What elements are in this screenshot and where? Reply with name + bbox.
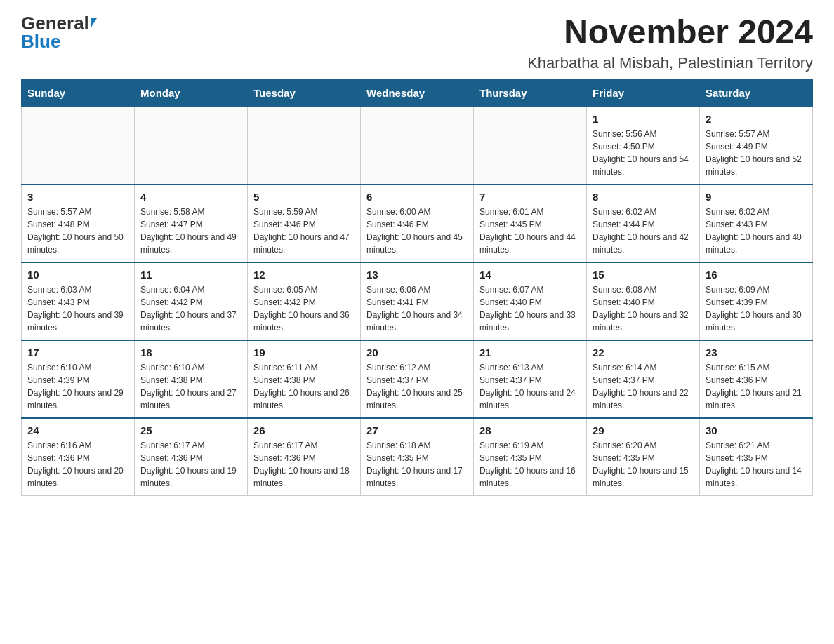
calendar-cell: 22Sunrise: 6:14 AMSunset: 4:37 PMDayligh… (587, 340, 700, 418)
day-number: 9 (706, 191, 807, 203)
calendar-header: SundayMondayTuesdayWednesdayThursdayFrid… (22, 79, 813, 107)
day-number: 25 (140, 424, 241, 436)
day-info: Sunrise: 6:21 AMSunset: 4:35 PMDaylight:… (706, 439, 807, 490)
day-number: 15 (593, 269, 694, 281)
logo-general-text: General (21, 14, 89, 32)
day-info: Sunrise: 6:08 AMSunset: 4:40 PMDaylight:… (593, 283, 694, 334)
day-number: 14 (479, 269, 581, 281)
day-info: Sunrise: 6:04 AMSunset: 4:42 PMDaylight:… (140, 283, 241, 334)
title-area: November 2024 Kharbatha al Misbah, Pales… (527, 14, 813, 72)
day-number: 18 (140, 347, 241, 358)
day-info: Sunrise: 6:17 AMSunset: 4:36 PMDaylight:… (140, 439, 241, 490)
day-info: Sunrise: 5:56 AMSunset: 4:50 PMDaylight:… (593, 128, 694, 178)
day-number: 5 (253, 191, 355, 203)
day-info: Sunrise: 6:00 AMSunset: 4:46 PMDaylight:… (366, 206, 468, 256)
calendar-body: 1Sunrise: 5:56 AMSunset: 4:50 PMDaylight… (22, 107, 813, 496)
calendar-cell: 16Sunrise: 6:09 AMSunset: 4:39 PMDayligh… (700, 262, 813, 340)
calendar-cell: 20Sunrise: 6:12 AMSunset: 4:37 PMDayligh… (361, 340, 474, 418)
calendar-week-3: 10Sunrise: 6:03 AMSunset: 4:43 PMDayligh… (22, 262, 813, 340)
day-number: 20 (366, 347, 468, 358)
day-number: 29 (593, 424, 694, 436)
day-info: Sunrise: 6:12 AMSunset: 4:37 PMDaylight:… (366, 361, 468, 412)
header-row: SundayMondayTuesdayWednesdayThursdayFrid… (22, 79, 813, 107)
calendar-cell: 15Sunrise: 6:08 AMSunset: 4:40 PMDayligh… (587, 262, 700, 340)
day-info: Sunrise: 6:10 AMSunset: 4:38 PMDaylight:… (140, 361, 241, 412)
day-number: 2 (706, 113, 807, 125)
header-day-monday: Monday (135, 79, 248, 107)
calendar-cell: 6Sunrise: 6:00 AMSunset: 4:46 PMDaylight… (361, 185, 474, 262)
calendar-cell: 21Sunrise: 6:13 AMSunset: 4:37 PMDayligh… (474, 340, 587, 418)
header-day-friday: Friday (587, 79, 700, 107)
day-info: Sunrise: 6:17 AMSunset: 4:36 PMDaylight:… (253, 439, 355, 490)
calendar-cell (474, 107, 587, 185)
header-day-tuesday: Tuesday (248, 79, 361, 107)
calendar-cell: 25Sunrise: 6:17 AMSunset: 4:36 PMDayligh… (135, 418, 248, 496)
day-number: 11 (140, 269, 241, 281)
calendar-cell: 3Sunrise: 5:57 AMSunset: 4:48 PMDaylight… (22, 185, 135, 262)
calendar-cell: 18Sunrise: 6:10 AMSunset: 4:38 PMDayligh… (135, 340, 248, 418)
day-number: 17 (27, 347, 128, 358)
day-info: Sunrise: 6:16 AMSunset: 4:36 PMDaylight:… (27, 439, 128, 490)
day-info: Sunrise: 6:05 AMSunset: 4:42 PMDaylight:… (253, 283, 355, 334)
day-info: Sunrise: 6:13 AMSunset: 4:37 PMDaylight:… (479, 361, 581, 412)
calendar-week-4: 17Sunrise: 6:10 AMSunset: 4:39 PMDayligh… (22, 340, 813, 418)
day-info: Sunrise: 6:14 AMSunset: 4:37 PMDaylight:… (593, 361, 694, 412)
day-info: Sunrise: 6:20 AMSunset: 4:35 PMDaylight:… (593, 439, 694, 490)
calendar-cell: 10Sunrise: 6:03 AMSunset: 4:43 PMDayligh… (22, 262, 135, 340)
calendar-cell: 4Sunrise: 5:58 AMSunset: 4:47 PMDaylight… (135, 185, 248, 262)
calendar-cell: 23Sunrise: 6:15 AMSunset: 4:36 PMDayligh… (700, 340, 813, 418)
calendar-cell: 2Sunrise: 5:57 AMSunset: 4:49 PMDaylight… (700, 107, 813, 185)
calendar-cell (361, 107, 474, 185)
calendar-week-2: 3Sunrise: 5:57 AMSunset: 4:48 PMDaylight… (22, 185, 813, 262)
day-number: 7 (479, 191, 581, 203)
page-title: November 2024 (527, 14, 813, 51)
calendar-cell: 24Sunrise: 6:16 AMSunset: 4:36 PMDayligh… (22, 418, 135, 496)
day-number: 19 (253, 347, 355, 358)
calendar-cell: 17Sunrise: 6:10 AMSunset: 4:39 PMDayligh… (22, 340, 135, 418)
day-number: 16 (706, 269, 807, 281)
day-info: Sunrise: 5:57 AMSunset: 4:48 PMDaylight:… (27, 206, 128, 256)
calendar-cell: 13Sunrise: 6:06 AMSunset: 4:41 PMDayligh… (361, 262, 474, 340)
calendar-cell: 29Sunrise: 6:20 AMSunset: 4:35 PMDayligh… (587, 418, 700, 496)
calendar-cell: 11Sunrise: 6:04 AMSunset: 4:42 PMDayligh… (135, 262, 248, 340)
day-number: 22 (593, 347, 694, 358)
header-day-sunday: Sunday (22, 79, 135, 107)
day-number: 4 (140, 191, 241, 203)
calendar-cell: 1Sunrise: 5:56 AMSunset: 4:50 PMDaylight… (587, 107, 700, 185)
day-number: 30 (706, 424, 807, 436)
day-number: 21 (479, 347, 581, 358)
calendar-cell: 27Sunrise: 6:18 AMSunset: 4:35 PMDayligh… (361, 418, 474, 496)
calendar-cell (22, 107, 135, 185)
day-number: 6 (366, 191, 468, 203)
day-info: Sunrise: 6:10 AMSunset: 4:39 PMDaylight:… (27, 361, 128, 412)
header-day-wednesday: Wednesday (361, 79, 474, 107)
day-info: Sunrise: 6:15 AMSunset: 4:36 PMDaylight:… (706, 361, 807, 412)
day-number: 10 (27, 269, 128, 281)
day-info: Sunrise: 6:02 AMSunset: 4:44 PMDaylight:… (593, 206, 694, 256)
logo-blue-text: Blue (21, 32, 60, 51)
day-info: Sunrise: 5:59 AMSunset: 4:46 PMDaylight:… (253, 206, 355, 256)
day-number: 13 (366, 269, 468, 281)
day-number: 24 (27, 424, 128, 436)
calendar-cell: 19Sunrise: 6:11 AMSunset: 4:38 PMDayligh… (248, 340, 361, 418)
calendar-cell (135, 107, 248, 185)
day-info: Sunrise: 6:06 AMSunset: 4:41 PMDaylight:… (366, 283, 468, 334)
day-number: 27 (366, 424, 468, 436)
logo-triangle-icon (91, 18, 97, 28)
day-info: Sunrise: 5:57 AMSunset: 4:49 PMDaylight:… (706, 128, 807, 178)
day-info: Sunrise: 6:07 AMSunset: 4:40 PMDaylight:… (479, 283, 581, 334)
calendar-cell: 5Sunrise: 5:59 AMSunset: 4:46 PMDaylight… (248, 185, 361, 262)
day-number: 8 (593, 191, 694, 203)
calendar-table: SundayMondayTuesdayWednesdayThursdayFrid… (21, 79, 813, 496)
page-header: General Blue November 2024 Kharbatha al … (21, 14, 813, 72)
day-info: Sunrise: 6:01 AMSunset: 4:45 PMDaylight:… (479, 206, 581, 256)
day-info: Sunrise: 6:02 AMSunset: 4:43 PMDaylight:… (706, 206, 807, 256)
day-number: 28 (479, 424, 581, 436)
day-info: Sunrise: 6:11 AMSunset: 4:38 PMDaylight:… (253, 361, 355, 412)
day-number: 1 (593, 113, 694, 125)
calendar-week-5: 24Sunrise: 6:16 AMSunset: 4:36 PMDayligh… (22, 418, 813, 496)
calendar-cell (248, 107, 361, 185)
calendar-cell: 7Sunrise: 6:01 AMSunset: 4:45 PMDaylight… (474, 185, 587, 262)
header-day-saturday: Saturday (700, 79, 813, 107)
logo: General Blue (21, 14, 97, 51)
